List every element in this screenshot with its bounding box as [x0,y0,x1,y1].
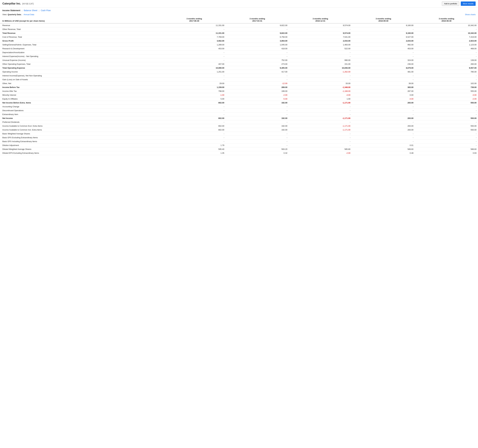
row-cell: - [352,140,415,143]
row-cell: - [352,27,415,31]
table-row: Extraordinary Item----- [0,113,478,116]
row-cell: -1,171.00 [289,116,352,120]
income-statement-table: In Millions of USD (except for per share… [0,17,478,155]
table-row: Discontinued Operations----- [0,109,478,113]
row-label: Income Before Tax [0,85,163,89]
row-label: Diluted Weighted Average Shares [0,147,163,151]
row-cell: 8,679.00 [352,66,415,70]
row-cell: 102.00 [415,82,478,85]
view-separator: | [22,13,22,16]
table-row: Basic Weighted Average Shares----- [0,132,478,136]
row-cell: - [163,136,226,140]
row-label: Gross Profit [0,39,163,43]
row-cell: 1,159.00 [163,85,226,89]
row-cell: - [289,51,352,54]
row-label: Preferred Dividends [0,120,163,124]
row-cell: - [415,105,478,109]
row-cell: 593.20 [226,147,289,151]
row-cell: 7,419.00 [415,35,478,39]
row-cell: -2.00 [415,97,478,101]
row-cell: - [163,78,226,82]
tab-cash-flow[interactable]: Cash Flow [41,9,50,12]
table-row: Income Available to Common Excl. Extra I… [0,124,478,128]
row-cell: 752.00 [226,58,289,62]
table-container: In Millions of USD (except for per share… [0,17,478,158]
row-cell: 802.00 [163,101,226,105]
row-label: Selling/General/Admin. Expenses, Total [0,43,163,47]
row-cell: 0.32 [226,151,289,155]
show-charts-button[interactable]: Show charts [465,13,476,16]
col-header-label: In Millions of USD (except for per share… [0,17,163,23]
row-cell: 11,331.00 [163,31,226,35]
row-cell: - [289,27,352,31]
row-cell: - [415,120,478,124]
row-cell: 9,822.00 [226,31,289,35]
row-cell: -1.00 [163,93,226,97]
row-cell: 417.00 [226,70,289,74]
row-label: Cost of Revenue, Total [0,35,163,39]
quarterly-data-option[interactable]: Quarterly Data [8,13,21,16]
row-cell: - [415,74,478,78]
row-cell: 550.00 [415,101,478,105]
row-label: Depreciation/Amortization [0,51,163,54]
row-cell: 3,562.00 [163,39,226,43]
table-row: Interest Income(Expense), Net Non-Operat… [0,74,478,78]
row-cell: - [415,27,478,31]
row-cell: 192.00 [226,101,289,105]
row-cell: - [163,51,226,54]
row-cell: 273.00 [226,62,289,66]
row-cell: - [415,51,478,54]
row-cell: 9,557.00 [415,66,478,70]
row-cell: -4.00 [289,93,352,97]
row-cell: 192.00 [226,128,289,132]
table-header-row: In Millions of USD (except for per share… [0,17,478,23]
table-row: Gain (Loss) on Sale of Assets----- [0,78,478,82]
row-cell: - [289,105,352,109]
row-cell: 802.00 [163,128,226,132]
top-bar-right: Add to portfolio More results [442,1,476,6]
row-cell: 9,574.00 [289,23,352,27]
more-results-button[interactable]: More results [461,1,476,6]
row-label: Income Available to Common Excl. Extra I… [0,124,163,128]
row-cell: - [415,136,478,140]
row-cell: 11,331.00 [163,23,226,27]
tab-balance-sheet[interactable]: Balance Sheet [24,9,37,12]
row-label: Interest Expense(Income) - Net Operating [0,54,163,58]
add-to-portfolio-button[interactable]: Add to portfolio [442,1,459,6]
row-cell: -4.00 [352,97,415,101]
tab-income-statement[interactable]: Income Statement [2,9,20,12]
row-cell: 7,541.00 [289,35,352,39]
row-cell: - [163,120,226,124]
row-cell: 0.93 [415,151,478,155]
row-cell: 192.00 [226,116,289,120]
row-label: Extraordinary Item [0,113,163,116]
row-cell: -1,171.00 [289,124,352,128]
row-cell: - [352,136,415,140]
row-label: Accounting Change [0,105,163,109]
row-cell: - [163,140,226,143]
row-label: Income Available to Common Incl. Extra I… [0,128,163,132]
row-cell: 283.00 [352,101,415,105]
table-row: Diluted EPS Excluding Extraordinary Item… [0,151,478,155]
company-name: Caterpillar Inc. [2,2,21,5]
table-row: Depreciation/Amortization----- [0,51,478,54]
row-label: Operating Income [0,70,163,74]
row-cell: 9,574.00 [289,31,352,35]
row-cell: - [415,140,478,143]
row-cell: -1,171.00 [289,128,352,132]
row-label: Revenue [0,23,163,27]
row-cell: 10,342.00 [415,23,478,27]
table-row: Equity In Affiliates5.00-5.001.00-4.00-2… [0,97,478,101]
row-cell: - [415,132,478,136]
table-row: Diluted Weighted Average Shares595.40593… [0,147,478,151]
row-cell: -12.00 [226,82,289,85]
row-cell: - [163,132,226,136]
row-cell: 9,405.00 [226,66,289,70]
annual-data-option[interactable]: Annual Data [24,13,34,16]
view-row: View: Quarterly Data | Annual Data Show … [0,13,478,17]
row-cell: 1.79 [163,143,226,147]
table-row: Other Operating Expenses, Total407.00273… [0,62,478,66]
row-cell: 39.00 [352,82,415,85]
row-cell: 10,342.00 [415,31,478,35]
row-cell: - [226,109,289,113]
